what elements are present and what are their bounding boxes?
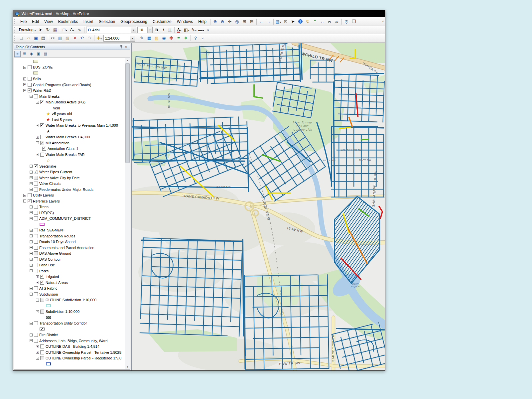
toc-layer-row[interactable]: −OUTLINE Ownership Parcel - Registered 1…	[14, 355, 125, 361]
layer-visibility-checkbox[interactable]	[28, 83, 32, 87]
expand-toggle-icon[interactable]: +	[30, 205, 33, 208]
toolbar-overflow-button[interactable]	[206, 27, 210, 33]
layer-visibility-checkbox[interactable]	[34, 292, 38, 296]
layer-visibility-checkbox[interactable]	[40, 310, 44, 314]
layer-visibility-checkbox[interactable]	[40, 100, 44, 104]
layer-visibility-checkbox[interactable]	[34, 205, 38, 209]
attribute-table-icon[interactable]: ▦	[146, 35, 153, 42]
expand-toggle-icon[interactable]: +	[30, 176, 33, 179]
layer-visibility-checkbox[interactable]	[40, 141, 44, 145]
toc-legend-row[interactable]	[14, 361, 125, 367]
expand-toggle-icon[interactable]: −	[30, 269, 33, 272]
layer-visibility-checkbox[interactable]	[28, 199, 32, 203]
toc-legend-row[interactable]: ☆	[14, 158, 125, 164]
toc-layer-row[interactable]: −Water Main Breaks FAR	[14, 152, 125, 158]
layer-visibility-checkbox[interactable]	[28, 193, 32, 197]
expand-toggle-icon[interactable]: −	[30, 322, 33, 325]
toc-layer-row[interactable]: +Land Use	[14, 262, 125, 268]
expand-toggle-icon[interactable]: +	[30, 240, 33, 243]
hyperlink-icon[interactable]: ↯	[304, 18, 311, 25]
font-color-button[interactable]: A	[176, 27, 183, 33]
toc-layer-row[interactable]: +Fire District	[14, 332, 125, 338]
toc-legend-row[interactable]	[14, 326, 125, 332]
python-window-icon[interactable]: ≡	[175, 35, 182, 42]
pin-icon[interactable]	[119, 45, 124, 49]
toc-scrollbar[interactable]: ▲ ▼	[125, 58, 130, 369]
layer-visibility-checkbox[interactable]	[34, 339, 38, 343]
expand-toggle-icon[interactable]: −	[30, 217, 33, 220]
toc-layer-row[interactable]: −Main Breaks Active (PG)	[14, 99, 125, 105]
select-elements-icon[interactable]: ➤	[289, 18, 297, 25]
layer-visibility-checkbox[interactable]	[40, 356, 44, 360]
toc-layer-row[interactable]: −Transportation Utility Corridor	[14, 321, 125, 327]
expand-toggle-icon[interactable]: +	[30, 287, 33, 290]
find-icon[interactable]: ∞	[326, 18, 333, 25]
layer-visibility-checkbox[interactable]	[34, 321, 38, 325]
toc-layer-row[interactable]: +Valve Circuits	[14, 181, 125, 187]
toc-layer-row[interactable]: +OUTLINE Ownership Parcel - Tentative 1:…	[14, 349, 125, 355]
menu-insert[interactable]: Insert	[81, 18, 96, 25]
cut-icon[interactable]: ✂	[49, 35, 57, 42]
menu-geoprocessing[interactable]: Geoprocessing	[118, 18, 150, 25]
toc-options-button[interactable]: ▤	[42, 51, 49, 57]
menu-windows[interactable]: Windows	[174, 18, 196, 25]
title-bar[interactable]: WaterFront4.mxd - ArcMap - ArcEditor	[13, 10, 385, 17]
expand-toggle-icon[interactable]: −	[23, 200, 26, 202]
expand-toggle-icon[interactable]: +	[30, 211, 33, 214]
undo-icon[interactable]: ↶	[78, 35, 86, 42]
expand-toggle-icon[interactable]: +	[30, 234, 33, 237]
toc-layer-row[interactable]: −ADM_COMMUNITY_DISTRICT	[14, 216, 125, 222]
map-view[interactable]: NOSE HILL DR NWSPRINGS GAWCHILD TR NWHOU…	[131, 43, 385, 370]
expand-toggle-icon[interactable]: +	[23, 83, 26, 86]
expand-toggle-icon[interactable]: +	[36, 275, 39, 278]
expand-toggle-icon[interactable]: −	[36, 124, 39, 127]
scroll-thumb[interactable]	[125, 63, 130, 163]
clear-selection-icon[interactable]: ⊠	[282, 18, 289, 25]
toc-layer-row[interactable]: −Refernce Layers	[14, 198, 125, 204]
drawing-menu-button[interactable]: Drawing	[18, 27, 37, 33]
expand-toggle-icon[interactable]: +	[30, 171, 33, 174]
layer-visibility-checkbox[interactable]	[34, 170, 38, 174]
layer-visibility-checkbox[interactable]	[34, 176, 38, 180]
toolbar-grip[interactable]	[14, 19, 16, 24]
toc-layer-row[interactable]: +ATS Fabric	[14, 286, 125, 292]
fixed-zoom-out-icon[interactable]: ⊟	[248, 18, 255, 25]
expand-toggle-icon[interactable]: +	[23, 77, 26, 80]
paste-icon[interactable]: ▨	[64, 35, 71, 42]
scroll-down-button[interactable]: ▼	[125, 364, 130, 369]
layer-visibility-checkbox[interactable]	[40, 275, 44, 279]
toolbar-grip[interactable]	[14, 36, 16, 41]
toc-layer-row[interactable]: −Water Main Breaks to Previous Main 1:4,…	[14, 123, 125, 129]
list-by-drawing-order-button[interactable]: ≡	[14, 51, 21, 57]
toc-layer-row[interactable]: −OUTLINE Subdivision 1:10,000	[14, 297, 125, 303]
layer-visibility-checkbox[interactable]	[34, 94, 38, 98]
menu-file[interactable]: File	[18, 18, 29, 25]
menu-selection[interactable]: Selection	[96, 18, 118, 25]
fill-color-icon[interactable]: ◧	[183, 27, 190, 33]
toc-layer-row[interactable]: Annotation Class 1	[14, 146, 125, 152]
expand-toggle-icon[interactable]: +	[36, 351, 39, 354]
full-extent-icon[interactable]: ◎	[233, 18, 241, 25]
expand-toggle-icon[interactable]: −	[30, 339, 33, 342]
expand-toggle-icon[interactable]: −	[36, 153, 39, 156]
toc-legend-row[interactable]	[14, 315, 125, 321]
toc-layer-row[interactable]: +Trees	[14, 204, 125, 210]
expand-toggle-icon[interactable]: −	[36, 141, 39, 144]
toc-layer-row[interactable]: +Utility Layers	[14, 193, 125, 199]
expand-toggle-icon[interactable]: −	[23, 89, 26, 92]
layer-visibility-checkbox[interactable]	[34, 182, 38, 186]
layer-visibility-checkbox[interactable]	[28, 65, 32, 69]
time-slider-icon[interactable]: ◷	[343, 18, 350, 25]
toc-layer-row[interactable]: +Roads 10 Days Ahead	[14, 239, 125, 245]
curve-tool-icon[interactable]: ∿	[76, 27, 83, 33]
expand-toggle-icon[interactable]: −	[36, 357, 39, 360]
toc-layer-row[interactable]: year	[14, 105, 125, 111]
toc-layer-row[interactable]: +DAS Above Ground	[14, 251, 125, 257]
fixed-zoom-in-icon[interactable]: ⊞	[241, 18, 248, 25]
toc-layer-row[interactable]: −Parks	[14, 268, 125, 274]
go-to-xy-icon[interactable]: xy	[333, 18, 340, 25]
expand-toggle-icon[interactable]: +	[30, 333, 33, 336]
expand-toggle-icon[interactable]: −	[36, 310, 39, 313]
layer-visibility-checkbox[interactable]	[34, 263, 38, 267]
toc-legend-row[interactable]	[14, 70, 125, 76]
